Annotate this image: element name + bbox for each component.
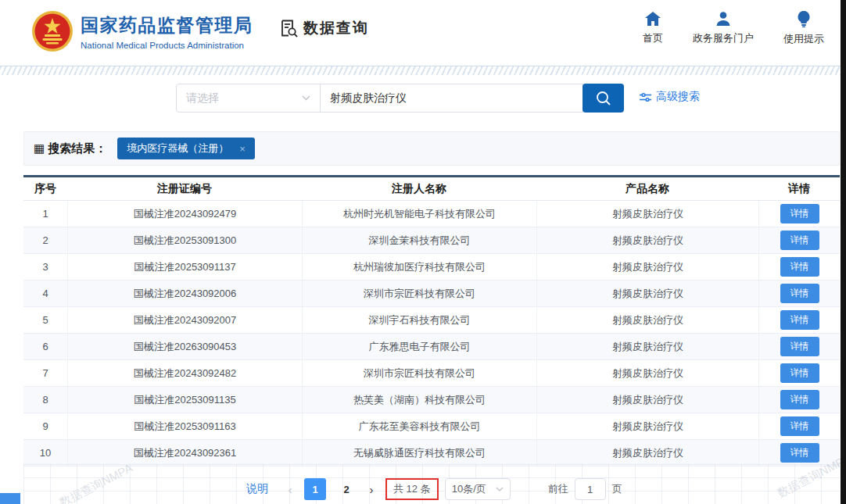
product-name-cell: 射频皮肤治疗仪 [536,227,758,253]
cert-number-cell: 国械注准20253091137 [67,254,302,280]
search-results-bar: ▦ 搜索结果： 境内医疗器械（注册） × [23,131,840,166]
top-nav: 首页 政务服务门户 使 [643,11,824,46]
page-number-2[interactable]: 2 [335,478,357,500]
detail-button[interactable]: 详情 [780,310,819,330]
row-index-cell: 6 [23,334,67,359]
search-results-label: ▦ 搜索结果： [34,141,106,156]
user-icon [715,11,731,27]
col-header-cert: 注册证编号 [67,182,302,196]
search-input[interactable] [320,84,583,113]
registrant-name-cell: 广东花至美容科技有限公司 [302,413,536,439]
row-index-cell: 7 [23,360,67,386]
cert-number-cell: 国械注准20243092006 [67,281,302,306]
cert-number-cell: 国械注准20263090453 [67,334,302,359]
goto-page-input[interactable] [575,478,606,500]
row-index-cell: 5 [23,307,67,333]
results-table: 序号 注册证编号 注册人名称 产品名称 详情 1 国械注准20243092479… [23,175,840,466]
product-name-cell: 射频皮肤治疗仪 [536,201,758,227]
detail-button[interactable]: 详情 [780,284,819,303]
page-title-text: 数据查询 [303,18,369,38]
registrant-name-cell: 广东雅思电子有限公司 [302,334,536,359]
page-size-value: 10条/页 [452,482,486,496]
col-header-registrant: 注册人名称 [302,182,536,196]
table-row: 5 国械注准20243092007 深圳宇石科技有限公司 射频皮肤治疗仪 详情 [23,307,840,334]
pagination: 说明 ‹ 12 › 共 12 条 10条/页 前往 页 [246,477,622,501]
detail-button[interactable]: 详情 [780,337,819,356]
nav-label: 使用提示 [783,32,824,46]
search-results-label-text: 搜索结果： [48,141,106,156]
chevron-down-icon [302,95,310,101]
goto-label: 前往 [548,482,568,496]
detail-button[interactable]: 详情 [780,204,819,223]
row-index-cell: 1 [23,201,67,227]
nmpa-data-query-page: 国家药品监督管理局 National Medical Products Admi… [0,0,846,504]
nav-item-usage-tips[interactable]: 使用提示 [783,11,824,46]
row-index-cell: 8 [23,387,67,413]
org-name-zh: 国家药品监督管理局 [81,13,253,38]
search-button[interactable] [583,84,624,113]
detail-button[interactable]: 详情 [780,231,819,250]
close-icon[interactable]: × [239,143,246,155]
nav-item-gov-portal[interactable]: 政务服务门户 [693,11,754,46]
product-name-cell: 射频皮肤治疗仪 [536,387,758,413]
filter-sliders-icon [640,92,651,102]
page-title: 数据查询 [278,18,369,38]
filter-tag-label: 境内医疗器械（注册） [127,141,228,155]
registrant-name-cell: 深圳市宗匠科技有限公司 [302,360,536,386]
registrant-name-cell: 深圳宇石科技有限公司 [302,307,536,333]
cert-number-cell: 国械注准20243092482 [67,360,302,386]
product-name-cell: 射频皮肤治疗仪 [536,440,758,466]
product-name-cell: 射频皮肤治疗仪 [536,413,758,439]
detail-button[interactable]: 详情 [780,257,819,277]
org-name-en: National Medical Products Administration [81,41,253,50]
detail-button[interactable]: 详情 [780,443,819,463]
advanced-search-link[interactable]: 高级搜索 [640,90,700,104]
table-row: 2 国械注准20253091300 深圳金茉科技有限公司 射频皮肤治疗仪 详情 [23,227,840,254]
goto-suffix: 页 [612,482,622,496]
registrant-name-cell: 杭州瑞彼加医疗科技有限公司 [302,254,536,280]
product-name-cell: 射频皮肤治疗仪 [536,281,758,306]
next-page-arrow[interactable]: › [362,478,381,500]
grid-icon: ▦ [34,141,45,155]
right-edge-artifact [841,0,846,504]
detail-button[interactable]: 详情 [780,416,819,436]
table-row: 9 国械注准20253091163 广东花至美容科技有限公司 射频皮肤治疗仪 详… [23,413,840,440]
col-header-index: 序号 [23,182,67,196]
note-link[interactable]: 说明 [246,482,268,496]
header: 国家药品监督管理局 National Medical Products Admi… [0,0,846,66]
hatched-divider [0,66,846,75]
registrant-name-cell: 深圳市宗匠科技有限公司 [302,281,536,306]
page-numbers: 12 [299,478,362,500]
nav-item-home[interactable]: 首页 [643,11,663,46]
lightbulb-icon [798,11,810,27]
data-query-icon [278,18,299,38]
product-name-cell: 射频皮肤治疗仪 [536,254,758,280]
bottom-left-blue-artifact [0,493,20,504]
product-name-cell: 射频皮肤治疗仪 [536,334,758,359]
chevron-down-icon [496,487,504,491]
filter-tag-domestic-device[interactable]: 境内医疗器械（注册） × [117,138,255,159]
product-name-cell: 射频皮肤治疗仪 [536,360,758,386]
advanced-search-label: 高级搜索 [656,90,700,104]
category-select-placeholder: 请选择 [186,91,219,105]
nav-label: 政务服务门户 [693,31,754,45]
national-emblem-logo [31,10,73,52]
detail-button[interactable]: 详情 [780,390,819,409]
col-header-product: 产品名称 [536,182,758,196]
category-select[interactable]: 请选择 [176,84,321,113]
table-row: 3 国械注准20253091137 杭州瑞彼加医疗科技有限公司 射频皮肤治疗仪 … [23,254,840,281]
page-size-select[interactable]: 10条/页 [445,478,511,500]
registrant-name-cell: 无锡威脉通医疗科技有限公司 [302,440,536,466]
cert-number-cell: 国械注准20243092479 [67,201,302,227]
detail-button[interactable]: 详情 [780,363,819,383]
col-header-detail: 详情 [758,182,840,196]
table-row: 7 国械注准20243092482 深圳市宗匠科技有限公司 射频皮肤治疗仪 详情 [23,360,840,387]
cert-number-cell: 国械注准20253091135 [67,387,302,413]
table-body: 1 国械注准20243092479 杭州时光机智能电子科技有限公司 射频皮肤治疗… [23,201,840,466]
registrant-name-cell: 杭州时光机智能电子科技有限公司 [302,201,536,227]
cert-number-cell: 国械注准20253091300 [67,227,302,253]
prev-page-arrow[interactable]: ‹ [281,478,299,500]
page-number-1[interactable]: 1 [304,478,326,500]
home-icon [644,11,661,27]
table-row: 4 国械注准20243092006 深圳市宗匠科技有限公司 射频皮肤治疗仪 详情 [23,281,840,307]
